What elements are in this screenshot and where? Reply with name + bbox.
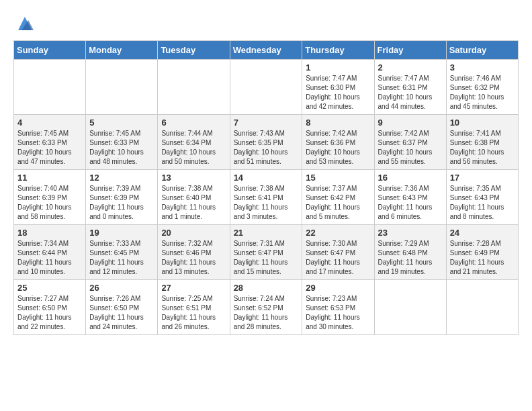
day-info: Sunrise: 7:26 AM Sunset: 6:50 PM Dayligh… xyxy=(89,294,154,332)
day-number: 22 xyxy=(306,228,370,238)
day-info: Sunrise: 7:23 AM Sunset: 6:53 PM Dayligh… xyxy=(306,294,370,332)
day-info: Sunrise: 7:45 AM Sunset: 6:33 PM Dayligh… xyxy=(17,129,82,167)
calendar-cell: 8Sunrise: 7:42 AM Sunset: 6:36 PM Daylig… xyxy=(302,115,374,170)
calendar-cell: 27Sunrise: 7:25 AM Sunset: 6:51 PM Dayli… xyxy=(158,280,230,335)
day-info: Sunrise: 7:47 AM Sunset: 6:31 PM Dayligh… xyxy=(378,74,443,111)
logo xyxy=(13,13,35,34)
day-info: Sunrise: 7:40 AM Sunset: 6:39 PM Dayligh… xyxy=(17,184,82,222)
weekday-header: Monday xyxy=(86,41,158,60)
calendar-cell: 13Sunrise: 7:38 AM Sunset: 6:40 PM Dayli… xyxy=(158,170,230,225)
day-number: 1 xyxy=(306,62,370,73)
day-number: 25 xyxy=(17,283,82,293)
day-number: 14 xyxy=(234,173,299,183)
weekday-header: Thursday xyxy=(302,41,374,60)
calendar-cell xyxy=(374,280,446,335)
calendar-cell: 9Sunrise: 7:42 AM Sunset: 6:37 PM Daylig… xyxy=(374,115,446,170)
calendar-week-row: 4Sunrise: 7:45 AM Sunset: 6:33 PM Daylig… xyxy=(14,115,519,170)
day-info: Sunrise: 7:43 AM Sunset: 6:35 PM Dayligh… xyxy=(234,129,299,167)
day-info: Sunrise: 7:44 AM Sunset: 6:34 PM Dayligh… xyxy=(161,129,226,167)
day-number: 21 xyxy=(234,228,299,238)
calendar-cell xyxy=(86,60,158,115)
day-number: 26 xyxy=(89,283,154,293)
day-number: 19 xyxy=(89,228,154,238)
day-number: 24 xyxy=(450,228,515,238)
calendar-cell: 5Sunrise: 7:45 AM Sunset: 6:33 PM Daylig… xyxy=(86,115,158,170)
day-number: 2 xyxy=(378,62,443,73)
calendar-cell xyxy=(158,60,230,115)
calendar-week-row: 11Sunrise: 7:40 AM Sunset: 6:39 PM Dayli… xyxy=(14,170,519,225)
calendar-week-row: 25Sunrise: 7:27 AM Sunset: 6:50 PM Dayli… xyxy=(14,280,519,335)
calendar-cell: 6Sunrise: 7:44 AM Sunset: 6:34 PM Daylig… xyxy=(158,115,230,170)
calendar-cell: 21Sunrise: 7:31 AM Sunset: 6:47 PM Dayli… xyxy=(230,225,302,280)
day-info: Sunrise: 7:39 AM Sunset: 6:39 PM Dayligh… xyxy=(89,184,154,222)
day-number: 16 xyxy=(378,173,443,183)
day-number: 10 xyxy=(450,118,515,128)
calendar-cell: 20Sunrise: 7:32 AM Sunset: 6:46 PM Dayli… xyxy=(158,225,230,280)
day-number: 8 xyxy=(306,118,370,128)
calendar-cell: 16Sunrise: 7:36 AM Sunset: 6:43 PM Dayli… xyxy=(374,170,446,225)
calendar-cell: 3Sunrise: 7:46 AM Sunset: 6:32 PM Daylig… xyxy=(446,60,518,115)
calendar-cell: 14Sunrise: 7:38 AM Sunset: 6:41 PM Dayli… xyxy=(230,170,302,225)
calendar-cell: 18Sunrise: 7:34 AM Sunset: 6:44 PM Dayli… xyxy=(14,225,86,280)
day-number: 17 xyxy=(450,173,515,183)
weekday-header: Tuesday xyxy=(158,41,230,60)
day-number: 6 xyxy=(161,118,226,128)
day-number: 13 xyxy=(161,173,226,183)
day-number: 29 xyxy=(306,283,370,293)
day-info: Sunrise: 7:25 AM Sunset: 6:51 PM Dayligh… xyxy=(161,294,226,332)
day-info: Sunrise: 7:32 AM Sunset: 6:46 PM Dayligh… xyxy=(161,239,226,277)
weekday-header: Saturday xyxy=(446,41,518,60)
calendar-cell: 28Sunrise: 7:24 AM Sunset: 6:52 PM Dayli… xyxy=(230,280,302,335)
day-number: 3 xyxy=(450,62,515,73)
day-number: 9 xyxy=(378,118,443,128)
calendar-cell xyxy=(14,60,86,115)
calendar-cell: 23Sunrise: 7:29 AM Sunset: 6:48 PM Dayli… xyxy=(374,225,446,280)
page-header xyxy=(13,13,519,34)
day-info: Sunrise: 7:42 AM Sunset: 6:36 PM Dayligh… xyxy=(306,129,370,167)
day-info: Sunrise: 7:36 AM Sunset: 6:43 PM Dayligh… xyxy=(378,184,443,222)
calendar-week-row: 18Sunrise: 7:34 AM Sunset: 6:44 PM Dayli… xyxy=(14,225,519,280)
calendar-cell: 2Sunrise: 7:47 AM Sunset: 6:31 PM Daylig… xyxy=(374,60,446,115)
calendar-cell: 12Sunrise: 7:39 AM Sunset: 6:39 PM Dayli… xyxy=(86,170,158,225)
weekday-header: Friday xyxy=(374,41,446,60)
calendar-cell: 15Sunrise: 7:37 AM Sunset: 6:42 PM Dayli… xyxy=(302,170,374,225)
day-info: Sunrise: 7:28 AM Sunset: 6:49 PM Dayligh… xyxy=(450,239,515,277)
calendar-week-row: 1Sunrise: 7:47 AM Sunset: 6:30 PM Daylig… xyxy=(14,60,519,115)
day-info: Sunrise: 7:30 AM Sunset: 6:47 PM Dayligh… xyxy=(306,239,370,277)
calendar-cell: 29Sunrise: 7:23 AM Sunset: 6:53 PM Dayli… xyxy=(302,280,374,335)
day-info: Sunrise: 7:37 AM Sunset: 6:42 PM Dayligh… xyxy=(306,184,370,222)
day-info: Sunrise: 7:33 AM Sunset: 6:45 PM Dayligh… xyxy=(89,239,154,277)
day-number: 4 xyxy=(17,118,82,128)
calendar-header-row: SundayMondayTuesdayWednesdayThursdayFrid… xyxy=(14,41,519,60)
weekday-header: Wednesday xyxy=(230,41,302,60)
calendar-cell xyxy=(230,60,302,115)
day-info: Sunrise: 7:35 AM Sunset: 6:43 PM Dayligh… xyxy=(450,184,515,222)
day-number: 28 xyxy=(234,283,299,293)
calendar-cell: 25Sunrise: 7:27 AM Sunset: 6:50 PM Dayli… xyxy=(14,280,86,335)
calendar-cell: 22Sunrise: 7:30 AM Sunset: 6:47 PM Dayli… xyxy=(302,225,374,280)
calendar-cell: 11Sunrise: 7:40 AM Sunset: 6:39 PM Dayli… xyxy=(14,170,86,225)
calendar-table: SundayMondayTuesdayWednesdayThursdayFrid… xyxy=(13,40,519,335)
day-info: Sunrise: 7:41 AM Sunset: 6:38 PM Dayligh… xyxy=(450,129,515,167)
day-info: Sunrise: 7:31 AM Sunset: 6:47 PM Dayligh… xyxy=(234,239,299,277)
calendar-cell: 19Sunrise: 7:33 AM Sunset: 6:45 PM Dayli… xyxy=(86,225,158,280)
day-info: Sunrise: 7:45 AM Sunset: 6:33 PM Dayligh… xyxy=(89,129,154,167)
calendar-cell xyxy=(446,280,518,335)
day-number: 11 xyxy=(17,173,82,183)
weekday-header: Sunday xyxy=(14,41,86,60)
day-info: Sunrise: 7:24 AM Sunset: 6:52 PM Dayligh… xyxy=(234,294,299,332)
day-number: 12 xyxy=(89,173,154,183)
day-info: Sunrise: 7:38 AM Sunset: 6:40 PM Dayligh… xyxy=(161,184,226,222)
day-number: 15 xyxy=(306,173,370,183)
day-number: 18 xyxy=(17,228,82,238)
day-info: Sunrise: 7:42 AM Sunset: 6:37 PM Dayligh… xyxy=(378,129,443,167)
calendar-cell: 26Sunrise: 7:26 AM Sunset: 6:50 PM Dayli… xyxy=(86,280,158,335)
day-number: 23 xyxy=(378,228,443,238)
day-info: Sunrise: 7:27 AM Sunset: 6:50 PM Dayligh… xyxy=(17,294,82,332)
logo-icon xyxy=(15,13,35,34)
day-info: Sunrise: 7:29 AM Sunset: 6:48 PM Dayligh… xyxy=(378,239,443,277)
calendar-cell: 10Sunrise: 7:41 AM Sunset: 6:38 PM Dayli… xyxy=(446,115,518,170)
calendar-cell: 7Sunrise: 7:43 AM Sunset: 6:35 PM Daylig… xyxy=(230,115,302,170)
day-info: Sunrise: 7:38 AM Sunset: 6:41 PM Dayligh… xyxy=(234,184,299,222)
calendar-cell: 24Sunrise: 7:28 AM Sunset: 6:49 PM Dayli… xyxy=(446,225,518,280)
